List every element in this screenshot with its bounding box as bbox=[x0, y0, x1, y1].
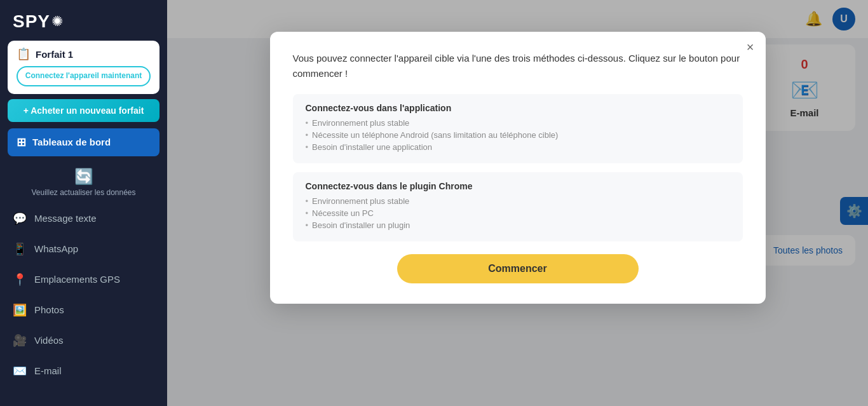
photos-icon: 🖼️ bbox=[13, 303, 27, 317]
method-app-point-1: Environnement plus stable bbox=[306, 118, 730, 128]
refresh-section: 🔄 Veuillez actualiser les données bbox=[0, 163, 167, 201]
connect-device-button[interactable]: Connectez l'appareil maintenant bbox=[17, 66, 151, 86]
method-app-title: Connectez-vous dans l'application bbox=[306, 103, 730, 113]
sidebar-nav: 💬 Message texte 📱 WhatsApp 📍 Emplacement… bbox=[0, 201, 167, 389]
modal-close-button[interactable]: × bbox=[747, 41, 754, 53]
sidebar: SPY ✺ 📋 Forfait 1 Connectez l'appareil m… bbox=[0, 0, 167, 406]
connection-modal: × Vous pouvez connecter l'appareil cible… bbox=[270, 32, 766, 304]
method-chrome-card: Connectez-vous dans le plugin Chrome Env… bbox=[293, 172, 743, 241]
sidebar-item-whatsapp[interactable]: 📱 WhatsApp bbox=[0, 234, 167, 264]
sidebar-item-email[interactable]: ✉️ E-mail bbox=[0, 356, 167, 386]
whatsapp-icon: 📱 bbox=[13, 242, 27, 256]
dashboard-icon: ⊞ bbox=[17, 135, 26, 149]
method-app-point-2: Nécessite un téléphone Android (sans lim… bbox=[306, 130, 730, 140]
new-plan-button[interactable]: + Acheter un nouveau forfait bbox=[8, 99, 159, 122]
sidebar-item-emplacements-gps[interactable]: 📍 Emplacements GPS bbox=[0, 264, 167, 295]
refresh-icon[interactable]: 🔄 bbox=[74, 168, 93, 186]
start-button[interactable]: Commencer bbox=[397, 254, 639, 283]
message-texte-icon: 💬 bbox=[13, 212, 27, 226]
email-icon: ✉️ bbox=[13, 364, 27, 378]
method-chrome-point-3: Besoin d'installer un plugin bbox=[306, 220, 730, 230]
sidebar-item-videos[interactable]: 🎥 Vidéos bbox=[0, 325, 167, 356]
modal-intro-text: Vous pouvez connecter l'appareil cible v… bbox=[293, 51, 743, 81]
videos-icon: 🎥 bbox=[13, 334, 27, 348]
gps-icon: 📍 bbox=[13, 273, 27, 287]
method-app-point-3: Besoin d'installer une application bbox=[306, 142, 730, 152]
method-chrome-title: Connectez-vous dans le plugin Chrome bbox=[306, 181, 730, 191]
plan-card: 📋 Forfait 1 Connectez l'appareil mainten… bbox=[8, 41, 159, 94]
method-chrome-point-2: Nécessite un PC bbox=[306, 208, 730, 218]
plan-icon: 📋 bbox=[17, 47, 31, 61]
dashboard-button[interactable]: ⊞ Tableaux de bord bbox=[8, 128, 159, 156]
sidebar-item-photos[interactable]: 🖼️ Photos bbox=[0, 295, 167, 325]
method-app-card: Connectez-vous dans l'application Enviro… bbox=[293, 94, 743, 163]
method-chrome-point-1: Environnement plus stable bbox=[306, 196, 730, 206]
logo-text: SPY bbox=[13, 11, 50, 32]
modal-overlay: × Vous pouvez connecter l'appareil cible… bbox=[167, 0, 868, 406]
sidebar-logo: SPY ✺ bbox=[0, 0, 167, 41]
main-content: 🔔 U 0 💬 0 📧 E-mail ⚙️ récentes Toutes le… bbox=[167, 0, 868, 406]
sidebar-item-message-texte[interactable]: 💬 Message texte bbox=[0, 203, 167, 234]
logo-icon: ✺ bbox=[51, 13, 63, 30]
plan-title: 📋 Forfait 1 bbox=[17, 47, 151, 61]
